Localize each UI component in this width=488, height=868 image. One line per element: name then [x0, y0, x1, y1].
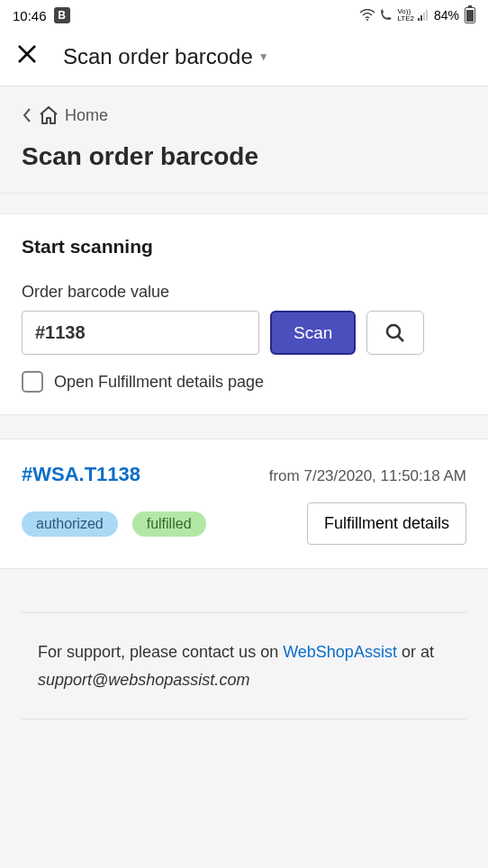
order-timestamp: from 7/23/2020, 11:50:18 AM [269, 467, 466, 485]
footer-section: For support, please contact us on WebSho… [0, 612, 488, 719]
header-title-text: Scan order barcode [63, 44, 253, 69]
svg-rect-4 [426, 10, 428, 21]
status-bar: 10:46 B Vo))LTE2 84% [0, 0, 488, 31]
app-badge-icon: B [54, 7, 70, 23]
wifi-icon [359, 9, 375, 22]
breadcrumb-home[interactable]: Home [22, 104, 466, 126]
svg-rect-3 [423, 13, 425, 21]
status-badge-fulfilled: fulfilled [132, 511, 206, 537]
order-result-card: #WSA.T1138 from 7/23/2020, 11:50:18 AM a… [0, 439, 488, 569]
status-right: Vo))LTE2 84% [359, 7, 475, 23]
breadcrumb-section: Home Scan order barcode [0, 86, 488, 194]
scan-section: Start scanning Order barcode value Scan … [0, 213, 488, 415]
battery-icon [465, 7, 475, 23]
svg-point-0 [366, 19, 368, 21]
checkbox[interactable] [22, 371, 43, 393]
open-fulfillment-checkbox-row[interactable]: Open Fulfillment details page [22, 371, 466, 393]
barcode-input[interactable] [22, 311, 259, 355]
home-icon [38, 104, 59, 126]
close-icon[interactable] [16, 43, 38, 69]
chevron-down-icon: ▼ [258, 50, 269, 63]
svg-rect-1 [418, 18, 420, 21]
support-link[interactable]: WebShopAssist [283, 643, 397, 661]
barcode-input-label: Order barcode value [22, 283, 466, 302]
order-top-row: #WSA.T1138 from 7/23/2020, 11:50:18 AM [22, 463, 466, 486]
scan-button[interactable]: Scan [270, 311, 356, 355]
search-button[interactable] [366, 311, 424, 355]
support-text: For support, please contact us on WebSho… [22, 612, 466, 719]
order-id-link[interactable]: #WSA.T1138 [22, 463, 140, 486]
call-icon [379, 9, 393, 22]
svg-point-5 [387, 325, 400, 338]
header-title-dropdown[interactable]: Scan order barcode ▼ [63, 44, 269, 69]
support-email: support@webshopassist.com [38, 671, 249, 689]
search-icon [384, 322, 406, 344]
app-header: Scan order barcode ▼ [0, 31, 488, 86]
order-bottom-row: authorized fulfilled Fulfillment details [22, 502, 466, 545]
checkbox-label: Open Fulfillment details page [54, 373, 264, 392]
scan-section-title: Start scanning [22, 236, 466, 258]
sim1-indicator: Vo))LTE2 [397, 8, 414, 23]
battery-percentage: 84% [434, 8, 459, 23]
svg-rect-2 [420, 15, 422, 21]
status-time: 10:46 [13, 8, 47, 23]
status-left: 10:46 B [13, 7, 70, 23]
scan-input-row: Scan [22, 311, 466, 355]
page-heading: Scan order barcode [22, 142, 466, 171]
signal-icon [418, 10, 430, 21]
chevron-left-icon [22, 107, 32, 123]
fulfillment-details-button[interactable]: Fulfillment details [307, 502, 466, 545]
breadcrumb-label: Home [65, 106, 108, 125]
status-badge-authorized: authorized [22, 511, 118, 537]
